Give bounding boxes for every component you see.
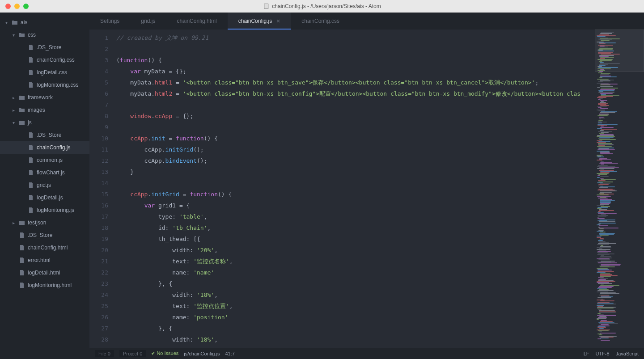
- file-icon: [27, 207, 35, 213]
- tree-file[interactable]: .DS_Store: [0, 41, 89, 54]
- editor-body[interactable]: 1234567891011121314151617181920212223242…: [89, 30, 644, 348]
- folder-icon: [18, 119, 26, 126]
- status-issues[interactable]: ✔ No Issues: [151, 351, 178, 356]
- folder-icon: [18, 94, 26, 101]
- tree-label: flowChart.js: [37, 169, 65, 176]
- code-area[interactable]: // created by 义坤 on 09.21 (function() { …: [116, 30, 595, 348]
- tab-bar[interactable]: Settingsgrid.jschainConfig.htmlchainConf…: [89, 13, 644, 30]
- code-line[interactable]: text: '监控点位置',: [116, 300, 595, 312]
- minimize-window-button[interactable]: [14, 4, 20, 9]
- tree-label: logMonitoring.css: [37, 82, 78, 88]
- code-line[interactable]: ccApp.initGrid();: [116, 144, 595, 155]
- tree-label: images: [28, 107, 45, 113]
- line-number: 27: [89, 323, 108, 334]
- code-line[interactable]: // created by 义坤 on 09.21: [116, 32, 595, 43]
- code-line[interactable]: }, {: [116, 278, 595, 289]
- line-number: 11: [89, 144, 108, 155]
- tab[interactable]: chainConfig.css: [291, 13, 350, 30]
- status-project-count[interactable]: Project 0: [119, 350, 146, 357]
- code-line[interactable]: ccApp.bindEvent();: [116, 155, 595, 166]
- status-line-ending[interactable]: LF: [584, 351, 589, 356]
- line-number: 17: [89, 211, 108, 222]
- code-line[interactable]: [116, 99, 595, 110]
- tree-root[interactable]: ▾ ais: [0, 16, 89, 29]
- chevron-right-icon: ▸: [13, 220, 18, 225]
- tree-label: .DS_Store: [37, 44, 61, 51]
- tree-file[interactable]: logDetail.js: [0, 191, 89, 204]
- tree-label: framework: [28, 94, 53, 101]
- status-language[interactable]: JavaScript: [616, 351, 639, 356]
- code-line[interactable]: th_thead: [{: [116, 233, 595, 245]
- tree-file[interactable]: .DS_Store: [0, 229, 89, 241]
- file-icon: [27, 157, 35, 163]
- line-number: 24: [89, 289, 108, 300]
- line-number: 14: [89, 177, 108, 189]
- file-icon: [27, 57, 35, 63]
- status-cursor[interactable]: 41:7: [225, 351, 234, 356]
- code-line[interactable]: var grid1 = {: [116, 200, 595, 211]
- code-line[interactable]: myData.html2 = '<button class="btn btn-x…: [116, 88, 595, 99]
- code-line[interactable]: name: 'position': [116, 312, 595, 323]
- tree-file[interactable]: logMonitoring.html: [0, 279, 89, 291]
- tab[interactable]: Settings: [89, 13, 130, 30]
- tree-file[interactable]: logMonitoring.css: [0, 79, 89, 91]
- code-line[interactable]: width: '18%',: [116, 289, 595, 300]
- tree-folder[interactable]: ▸framework: [0, 91, 89, 104]
- code-line[interactable]: [116, 122, 595, 133]
- status-file-count[interactable]: File 0: [95, 350, 114, 357]
- tree-folder[interactable]: ▾js: [0, 116, 89, 129]
- line-number: 3: [89, 55, 108, 66]
- code-line[interactable]: }, {: [116, 323, 595, 334]
- code-line[interactable]: myData.html1 = '<button class="btn btn-x…: [116, 77, 595, 88]
- tab[interactable]: chainConfig.html: [166, 13, 227, 30]
- code-line[interactable]: [116, 43, 595, 55]
- code-line[interactable]: ccApp.initGrid = function() {: [116, 189, 595, 200]
- status-path[interactable]: js/chainConfig.js: [184, 351, 220, 356]
- code-line[interactable]: width: '20%',: [116, 245, 595, 256]
- tree-file[interactable]: error.html: [0, 254, 89, 266]
- code-line[interactable]: text: '监控点名称',: [116, 256, 595, 267]
- tab-label: grid.js: [141, 18, 155, 24]
- tree-file[interactable]: common.js: [0, 154, 89, 166]
- tab[interactable]: chainConfig.js×: [228, 13, 291, 30]
- tree-folder[interactable]: ▾css: [0, 29, 89, 41]
- code-line[interactable]: (function() {: [116, 55, 595, 66]
- code-line[interactable]: [116, 177, 595, 189]
- maximize-window-button[interactable]: [23, 4, 29, 9]
- tree-file[interactable]: logMonitoring.js: [0, 204, 89, 216]
- folder-icon: [18, 32, 26, 38]
- tree-file[interactable]: chainConfig.css: [0, 54, 89, 66]
- tree-file[interactable]: flowChart.js: [0, 166, 89, 179]
- tab-label: chainConfig.css: [301, 18, 339, 24]
- tree-file[interactable]: .DS_Store: [0, 129, 89, 141]
- tree-label: chainConfig.css: [37, 57, 75, 63]
- tree-file[interactable]: logDetail.css: [0, 66, 89, 79]
- tree-file[interactable]: grid.js: [0, 179, 89, 191]
- code-line[interactable]: width: '18%',: [116, 334, 595, 345]
- tab[interactable]: grid.js: [130, 13, 166, 30]
- close-icon[interactable]: ×: [276, 17, 280, 25]
- code-line[interactable]: window.ccApp = {};: [116, 110, 595, 122]
- minimap[interactable]: [595, 30, 644, 348]
- status-encoding[interactable]: UTF-8: [595, 351, 609, 356]
- code-line[interactable]: id: 'tb_Chain',: [116, 222, 595, 233]
- code-line[interactable]: name: 'name': [116, 267, 595, 278]
- tree-file[interactable]: logDetail.html: [0, 266, 89, 279]
- tree-folder[interactable]: ▸testjson: [0, 216, 89, 229]
- tree-file[interactable]: chainConfig.html: [0, 241, 89, 254]
- tab-label: chainConfig.html: [177, 18, 216, 24]
- tree-folder[interactable]: ▸images: [0, 104, 89, 116]
- code-line[interactable]: ccApp.init = function() {: [116, 133, 595, 144]
- code-line[interactable]: var myData = {};: [116, 66, 595, 77]
- tree-label: logDetail.js: [37, 194, 63, 201]
- line-number: 5: [89, 77, 108, 88]
- code-line[interactable]: }: [116, 166, 595, 177]
- line-number: 22: [89, 267, 108, 278]
- tree-file[interactable]: chainConfig.js: [0, 141, 89, 154]
- line-number-gutter: 1234567891011121314151617181920212223242…: [89, 30, 116, 348]
- close-window-button[interactable]: [5, 4, 11, 9]
- line-number: 21: [89, 256, 108, 267]
- tree-label: js: [28, 119, 32, 126]
- file-tree[interactable]: ▾ ais ▾css.DS_StorechainConfig.csslogDet…: [0, 13, 89, 348]
- code-line[interactable]: type: 'table',: [116, 211, 595, 222]
